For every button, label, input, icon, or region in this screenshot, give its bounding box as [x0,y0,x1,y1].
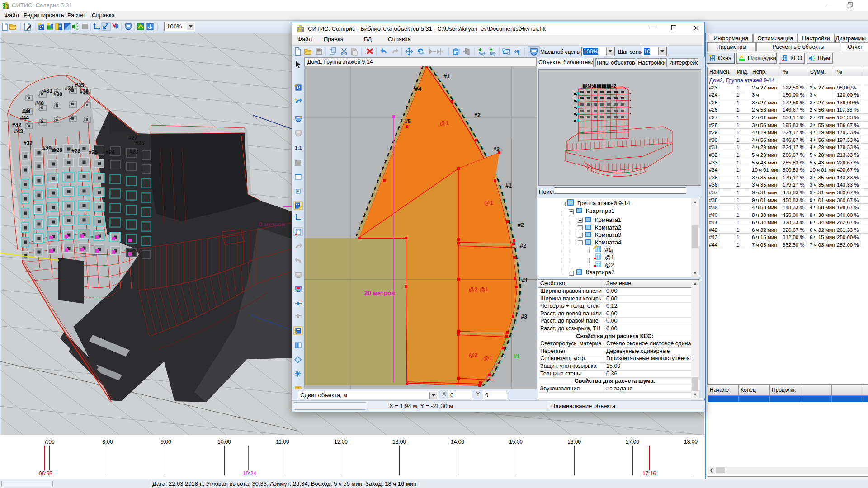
svg-text:#1: #1 [505,183,512,189]
svg-text:#29: #29 [42,145,52,152]
svg-text:@1: @1 [483,355,492,361]
svg-text:#25: #25 [89,149,98,155]
svg-text:#30: #30 [53,91,62,98]
svg-text:#26: #26 [135,140,144,146]
svg-text:@2: @2 [469,352,478,358]
svg-text:+: + [294,329,297,335]
svg-text:1:1: 1:1 [295,145,302,150]
svg-text:#32: #32 [24,140,33,146]
svg-text:#36: #36 [80,89,89,95]
svg-text:▮КМ5▮▮▮▮▮▮▮#2: ▮КМ5▮▮▮▮▮▮▮#2 [582,84,617,89]
svg-text:+: + [299,115,302,120]
svg-text:#43: #43 [14,128,23,135]
svg-text:#5: #5 [405,118,411,125]
svg-text:#24: #24 [106,149,115,155]
svg-text:+: + [294,83,297,88]
svg-text:@1: @1 [484,199,493,206]
svg-text:◂: ◂ [575,106,577,110]
svg-text:▪: ▪ [629,91,631,96]
svg-text:#1: #1 [443,73,450,80]
svg-text:#28: #28 [53,147,62,153]
svg-text:▪: ▪ [629,98,631,103]
svg-text:#1: #1 [522,277,528,284]
svg-text:#44: #44 [20,115,29,121]
svg-text:0 метров: 0 метров [259,221,285,228]
svg-text:20 метров: 20 метров [364,290,395,296]
svg-text:#2: #2 [520,243,526,249]
svg-text:+: + [294,97,297,102]
svg-text:▪: ▪ [629,112,631,116]
svg-text:+: + [300,299,302,304]
svg-text:@1: @1 [440,120,449,127]
svg-text:#40: #40 [35,100,44,107]
svg-text:◂: ◂ [575,99,577,103]
svg-text:#3: #3 [521,314,527,320]
svg-text:▪: ▪ [629,105,631,109]
svg-text:◂: ◂ [575,92,577,97]
svg-text:#34: #34 [65,85,74,92]
svg-text:#2: #2 [518,222,524,228]
svg-text:#1: #1 [514,353,520,360]
svg-text:#2: #2 [474,112,481,118]
svg-text:◂: ◂ [575,113,577,117]
svg-text:#4: #4 [415,86,421,92]
svg-text:#42: #42 [12,122,21,128]
svg-text:#26: #26 [71,148,80,155]
svg-text:#35: #35 [75,82,84,89]
svg-text:@2 @1: @2 @1 [469,286,488,293]
svg-text:#23: #23 [129,149,138,155]
svg-text:#31: #31 [43,88,52,94]
svg-text:#41: #41 [22,108,31,115]
